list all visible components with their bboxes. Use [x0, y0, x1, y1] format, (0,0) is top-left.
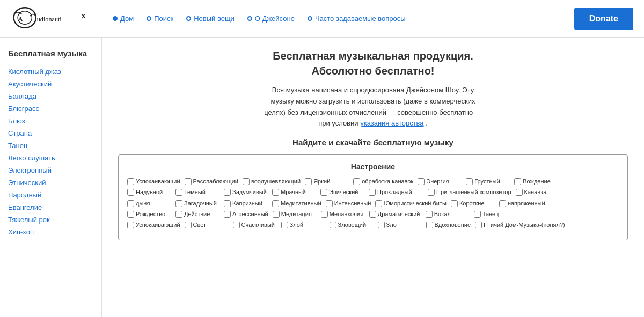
- svg-text:A: A: [18, 15, 23, 23]
- sidebar-item-0[interactable]: Кислотный джаз: [8, 65, 93, 78]
- mood-cell: Короткие: [451, 200, 499, 207]
- mood-row-4: Рождество Действие Агрессивный Медитация…: [127, 210, 619, 218]
- nav-item-search[interactable]: Поиск: [147, 14, 173, 23]
- sidebar-item-13[interactable]: Хип-хоп: [8, 226, 93, 238]
- mood-checkbox-рождество[interactable]: [127, 211, 134, 218]
- mood-checkbox-птичий[interactable]: [475, 222, 482, 228]
- mood-checkbox-задумчивый[interactable]: [224, 189, 231, 196]
- logo: A udionauti x: [11, 4, 97, 33]
- mood-checkbox-действие[interactable]: [175, 211, 182, 218]
- mood-cell: обработка канавок: [353, 178, 418, 185]
- nav-item-new[interactable]: Новый вещи: [186, 14, 235, 23]
- mood-box: Настроение Успокаивающий Расслабляющий в…: [118, 154, 628, 240]
- mood-cell: Капризный: [224, 200, 272, 207]
- mood-checkbox-прохладный[interactable]: [369, 189, 376, 196]
- mood-row-1: Успокаивающий Расслабляющий воодушевляющ…: [127, 178, 619, 185]
- mood-cell: Яркий: [305, 178, 353, 185]
- desc-end: .: [426, 119, 428, 127]
- mood-checkbox-короткие[interactable]: [451, 200, 458, 207]
- nav-label-faq: Часто задаваемые вопросы: [315, 14, 406, 23]
- mood-checkbox-агрессивный[interactable]: [224, 211, 231, 218]
- mood-checkbox-зловещий[interactable]: [330, 222, 336, 228]
- header: A udionauti x Дом Поиск Новый вещи О Дже…: [0, 0, 644, 38]
- sidebar-item-8[interactable]: Электронный: [8, 164, 93, 176]
- mood-checkbox-злой[interactable]: [281, 222, 288, 228]
- mood-checkbox-дыня[interactable]: [127, 200, 134, 207]
- mood-cell: напряженный: [499, 200, 550, 207]
- mood-checkbox-темный[interactable]: [175, 189, 182, 196]
- mood-checkbox-успокаивающий[interactable]: [127, 178, 134, 185]
- mood-cell: Приглашенный композитор: [428, 188, 516, 196]
- mood-checkbox-эпический[interactable]: [320, 189, 327, 196]
- nav-label-new: Новый вещи: [194, 14, 235, 23]
- mood-cell: Юмористический биты: [375, 200, 451, 207]
- sidebar-item-10[interactable]: Народный: [8, 189, 93, 201]
- mood-cell: Агрессивный: [224, 210, 273, 218]
- svg-text:x: x: [81, 10, 86, 20]
- mood-cell: Медитация: [273, 210, 321, 218]
- attribution-link[interactable]: указания авторства: [360, 119, 423, 127]
- mood-checkbox-свет[interactable]: [185, 222, 192, 228]
- mood-checkbox-вокал[interactable]: [426, 211, 433, 218]
- mood-checkbox-счастливый[interactable]: [233, 222, 240, 228]
- mood-checkbox-надувной[interactable]: [127, 189, 134, 196]
- nav-dot-faq: [308, 16, 312, 21]
- mood-checkbox-канавка[interactable]: [516, 189, 523, 196]
- mood-checkbox-медитация[interactable]: [273, 211, 280, 218]
- mood-cell: Свет: [185, 221, 233, 228]
- sidebar-item-6[interactable]: Танец: [8, 139, 93, 152]
- nav-item-about[interactable]: О Джейсоне: [247, 14, 295, 23]
- mood-checkbox-мрачный[interactable]: [272, 189, 279, 196]
- mood-checkbox-энергия[interactable]: [418, 178, 425, 185]
- mood-checkbox-вождение[interactable]: [514, 178, 521, 185]
- mood-checkbox-медитативный[interactable]: [272, 200, 279, 207]
- mood-cell: Грустный: [466, 178, 514, 185]
- mood-checkbox-воодушевляющий[interactable]: [243, 178, 250, 185]
- sidebar-item-12[interactable]: Тяжелый рок: [8, 213, 93, 226]
- donate-button[interactable]: Donate: [574, 8, 633, 30]
- svg-text:udionauti: udionauti: [37, 16, 62, 23]
- sidebar-item-3[interactable]: Блюграсс: [8, 102, 93, 115]
- mood-cell: Меланхолия: [321, 210, 369, 218]
- mood-checkbox-расслабляющий[interactable]: [185, 178, 192, 185]
- mood-cell: Мрачный: [272, 188, 320, 196]
- sidebar-item-9[interactable]: Этнический: [8, 176, 93, 189]
- mood-cell: Зловещий: [330, 221, 378, 228]
- sidebar-item-1[interactable]: Акустический: [8, 78, 93, 90]
- mood-checkbox-яркий[interactable]: [305, 178, 312, 185]
- mood-checkbox-обработка[interactable]: [353, 178, 360, 185]
- mood-checkbox-напряженный[interactable]: [499, 200, 506, 207]
- mood-cell: Рождество: [127, 210, 175, 218]
- mood-checkbox-капризный[interactable]: [224, 200, 231, 207]
- nav-item-home[interactable]: Дом: [113, 14, 134, 23]
- mood-checkbox-зло[interactable]: [378, 222, 385, 228]
- main-layout: Бесплатная музыка Кислотный джаз Акустич…: [0, 38, 644, 317]
- sidebar-item-5[interactable]: Страна: [8, 127, 93, 139]
- nav-item-faq[interactable]: Часто задаваемые вопросы: [308, 14, 406, 23]
- mood-checkbox-приглашенный[interactable]: [428, 189, 435, 196]
- mood-cell: воодушевляющий: [243, 178, 305, 185]
- mood-cell: Прохладный: [369, 188, 428, 196]
- sidebar-item-11[interactable]: Евангелие: [8, 201, 93, 213]
- sidebar-title: Бесплатная музыка: [8, 48, 93, 59]
- mood-checkbox-танец[interactable]: [474, 211, 481, 218]
- mood-cell: Интенсивный: [326, 200, 376, 207]
- mood-cell: Расслабляющий: [185, 178, 243, 185]
- mood-checkbox-успокаивающий2[interactable]: [127, 222, 134, 228]
- mood-box-title: Настроение: [127, 163, 619, 171]
- sidebar-item-2[interactable]: Баллада: [8, 90, 93, 102]
- mood-checkbox-интенсивный[interactable]: [326, 200, 333, 207]
- mood-checkbox-загадочный[interactable]: [175, 200, 182, 207]
- mood-checkbox-юмористический[interactable]: [375, 200, 382, 207]
- mood-checkbox-вдохновение[interactable]: [426, 222, 433, 228]
- mood-row-5: Успокаивающий Свет Счастливый Злой Злове…: [127, 221, 619, 228]
- nav-dot-home: [113, 16, 118, 21]
- sidebar-item-7[interactable]: Легко слушать: [8, 152, 93, 164]
- sidebar-item-4[interactable]: Блюз: [8, 115, 93, 127]
- mood-checkbox-драматический[interactable]: [369, 211, 376, 218]
- mood-row-2: Надувной Темный Задумчивый Мрачный Эпиче…: [127, 188, 619, 196]
- mood-checkbox-грустный[interactable]: [466, 178, 473, 185]
- find-title: Найдите и скачайте бесплатную музыку: [118, 138, 628, 147]
- mood-checkbox-меланхолия[interactable]: [321, 211, 328, 218]
- page-title: Бесплатная музыкальная продукция.Абсолют…: [118, 48, 628, 78]
